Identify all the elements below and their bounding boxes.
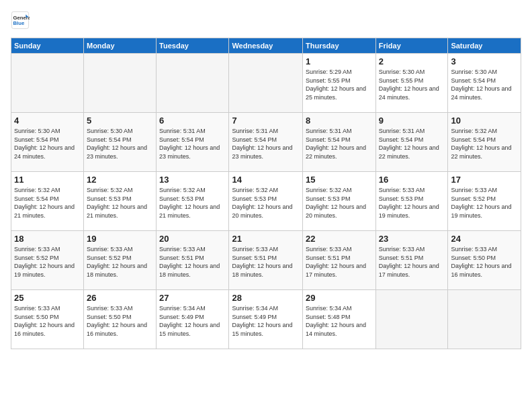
- day-detail: Sunrise: 5:34 AMSunset: 5:48 PMDaylight:…: [306, 304, 373, 338]
- column-header-thursday: Thursday: [303, 38, 376, 54]
- calendar-cell: 22Sunrise: 5:33 AMSunset: 5:51 PMDayligh…: [303, 231, 376, 290]
- day-detail: Sunrise: 5:33 AMSunset: 5:50 PMDaylight:…: [451, 245, 518, 279]
- column-header-tuesday: Tuesday: [157, 38, 229, 54]
- day-detail: Sunrise: 5:31 AMSunset: 5:54 PMDaylight:…: [379, 127, 445, 161]
- calendar-week-1: 1Sunrise: 5:29 AMSunset: 5:55 PMDaylight…: [11, 54, 521, 113]
- day-number: 12: [87, 175, 153, 185]
- calendar-cell: 13Sunrise: 5:32 AMSunset: 5:53 PMDayligh…: [157, 172, 229, 231]
- day-number: 13: [159, 175, 226, 185]
- day-number: 16: [379, 175, 445, 185]
- day-detail: Sunrise: 5:32 AMSunset: 5:54 PMDaylight:…: [14, 186, 81, 220]
- svg-text:Blue: Blue: [13, 20, 25, 26]
- calendar-cell: 14Sunrise: 5:32 AMSunset: 5:53 PMDayligh…: [229, 172, 303, 231]
- calendar-cell: 1Sunrise: 5:29 AMSunset: 5:55 PMDaylight…: [303, 54, 376, 113]
- day-detail: Sunrise: 5:33 AMSunset: 5:52 PMDaylight:…: [451, 186, 518, 220]
- day-number: 14: [232, 175, 300, 185]
- day-detail: Sunrise: 5:31 AMSunset: 5:54 PMDaylight:…: [306, 127, 373, 161]
- column-header-sunday: Sunday: [11, 38, 84, 54]
- day-detail: Sunrise: 5:32 AMSunset: 5:53 PMDaylight:…: [306, 186, 373, 220]
- day-number: 24: [451, 234, 518, 244]
- day-number: 29: [306, 293, 373, 303]
- calendar-cell: [83, 54, 156, 113]
- calendar-week-2: 4Sunrise: 5:30 AMSunset: 5:54 PMDaylight…: [11, 113, 521, 172]
- day-detail: Sunrise: 5:33 AMSunset: 5:51 PMDaylight:…: [159, 245, 226, 279]
- calendar-cell: 4Sunrise: 5:30 AMSunset: 5:54 PMDaylight…: [11, 113, 84, 172]
- calendar-cell: 18Sunrise: 5:33 AMSunset: 5:52 PMDayligh…: [11, 231, 84, 290]
- calendar-cell: 26Sunrise: 5:33 AMSunset: 5:50 PMDayligh…: [83, 290, 156, 349]
- calendar-table: SundayMondayTuesdayWednesdayThursdayFrid…: [11, 38, 521, 349]
- day-detail: Sunrise: 5:30 AMSunset: 5:55 PMDaylight:…: [379, 68, 445, 101]
- day-number: 3: [451, 56, 518, 66]
- column-header-friday: Friday: [375, 38, 448, 54]
- day-number: 20: [159, 234, 226, 244]
- day-number: 10: [451, 116, 518, 126]
- day-number: 5: [87, 116, 153, 126]
- day-detail: Sunrise: 5:33 AMSunset: 5:50 PMDaylight:…: [87, 304, 153, 338]
- day-detail: Sunrise: 5:31 AMSunset: 5:54 PMDaylight:…: [159, 127, 226, 161]
- calendar-cell: 15Sunrise: 5:32 AMSunset: 5:53 PMDayligh…: [303, 172, 376, 231]
- day-detail: Sunrise: 5:33 AMSunset: 5:50 PMDaylight:…: [14, 304, 81, 338]
- calendar-cell: 24Sunrise: 5:33 AMSunset: 5:50 PMDayligh…: [448, 231, 521, 290]
- day-number: 6: [159, 116, 226, 126]
- calendar-cell: 5Sunrise: 5:30 AMSunset: 5:54 PMDaylight…: [83, 113, 156, 172]
- calendar-cell: 7Sunrise: 5:31 AMSunset: 5:54 PMDaylight…: [229, 113, 303, 172]
- day-number: 8: [306, 116, 373, 126]
- day-detail: Sunrise: 5:32 AMSunset: 5:53 PMDaylight:…: [232, 186, 300, 220]
- day-detail: Sunrise: 5:33 AMSunset: 5:51 PMDaylight:…: [306, 245, 373, 279]
- calendar-header-row: SundayMondayTuesdayWednesdayThursdayFrid…: [11, 38, 521, 54]
- day-detail: Sunrise: 5:33 AMSunset: 5:51 PMDaylight:…: [379, 245, 445, 279]
- day-number: 21: [232, 234, 300, 244]
- calendar-cell: 28Sunrise: 5:34 AMSunset: 5:49 PMDayligh…: [229, 290, 303, 349]
- calendar-week-4: 18Sunrise: 5:33 AMSunset: 5:52 PMDayligh…: [11, 231, 521, 290]
- day-detail: Sunrise: 5:34 AMSunset: 5:49 PMDaylight:…: [159, 304, 226, 338]
- day-number: 26: [87, 293, 153, 303]
- calendar-cell: 3Sunrise: 5:30 AMSunset: 5:54 PMDaylight…: [448, 54, 521, 113]
- day-number: 25: [14, 293, 81, 303]
- day-detail: Sunrise: 5:31 AMSunset: 5:54 PMDaylight:…: [232, 127, 300, 161]
- day-detail: Sunrise: 5:32 AMSunset: 5:54 PMDaylight:…: [451, 127, 518, 161]
- day-number: 18: [14, 234, 81, 244]
- calendar-cell: 2Sunrise: 5:30 AMSunset: 5:55 PMDaylight…: [375, 54, 448, 113]
- calendar-cell: 25Sunrise: 5:33 AMSunset: 5:50 PMDayligh…: [11, 290, 84, 349]
- day-number: 2: [379, 56, 445, 66]
- day-detail: Sunrise: 5:33 AMSunset: 5:53 PMDaylight:…: [379, 186, 445, 220]
- day-detail: Sunrise: 5:30 AMSunset: 5:54 PMDaylight:…: [451, 68, 518, 101]
- day-number: 22: [306, 234, 373, 244]
- day-number: 11: [14, 175, 81, 185]
- day-number: 17: [451, 175, 518, 185]
- day-number: 19: [87, 234, 153, 244]
- calendar-cell: 27Sunrise: 5:34 AMSunset: 5:49 PMDayligh…: [157, 290, 229, 349]
- day-detail: Sunrise: 5:34 AMSunset: 5:49 PMDaylight:…: [232, 304, 300, 338]
- day-detail: Sunrise: 5:32 AMSunset: 5:53 PMDaylight:…: [87, 186, 153, 220]
- calendar-cell: 9Sunrise: 5:31 AMSunset: 5:54 PMDaylight…: [375, 113, 448, 172]
- calendar-cell: 6Sunrise: 5:31 AMSunset: 5:54 PMDaylight…: [157, 113, 229, 172]
- calendar-cell: 10Sunrise: 5:32 AMSunset: 5:54 PMDayligh…: [448, 113, 521, 172]
- day-number: 4: [14, 116, 81, 126]
- calendar-week-5: 25Sunrise: 5:33 AMSunset: 5:50 PMDayligh…: [11, 290, 521, 349]
- calendar-cell: 8Sunrise: 5:31 AMSunset: 5:54 PMDaylight…: [303, 113, 376, 172]
- calendar-cell: 23Sunrise: 5:33 AMSunset: 5:51 PMDayligh…: [375, 231, 448, 290]
- calendar-cell: [11, 54, 84, 113]
- calendar-cell: [448, 290, 521, 349]
- day-number: 9: [379, 116, 445, 126]
- calendar-cell: [375, 290, 448, 349]
- day-detail: Sunrise: 5:30 AMSunset: 5:54 PMDaylight:…: [14, 127, 81, 161]
- svg-text:General: General: [13, 15, 30, 21]
- column-header-wednesday: Wednesday: [229, 38, 303, 54]
- day-number: 23: [379, 234, 445, 244]
- calendar-cell: 17Sunrise: 5:33 AMSunset: 5:52 PMDayligh…: [448, 172, 521, 231]
- column-header-saturday: Saturday: [448, 38, 521, 54]
- calendar-cell: 11Sunrise: 5:32 AMSunset: 5:54 PMDayligh…: [11, 172, 84, 231]
- day-detail: Sunrise: 5:32 AMSunset: 5:53 PMDaylight:…: [159, 186, 226, 220]
- day-number: 1: [306, 56, 373, 66]
- calendar-cell: 20Sunrise: 5:33 AMSunset: 5:51 PMDayligh…: [157, 231, 229, 290]
- logo-icon: General Blue: [11, 11, 30, 30]
- calendar-cell: 19Sunrise: 5:33 AMSunset: 5:52 PMDayligh…: [83, 231, 156, 290]
- calendar-cell: 16Sunrise: 5:33 AMSunset: 5:53 PMDayligh…: [375, 172, 448, 231]
- day-detail: Sunrise: 5:33 AMSunset: 5:52 PMDaylight:…: [14, 245, 81, 279]
- calendar-cell: 29Sunrise: 5:34 AMSunset: 5:48 PMDayligh…: [303, 290, 376, 349]
- day-detail: Sunrise: 5:30 AMSunset: 5:54 PMDaylight:…: [87, 127, 153, 161]
- day-detail: Sunrise: 5:33 AMSunset: 5:51 PMDaylight:…: [232, 245, 300, 279]
- logo: General Blue: [11, 11, 32, 30]
- calendar-week-3: 11Sunrise: 5:32 AMSunset: 5:54 PMDayligh…: [11, 172, 521, 231]
